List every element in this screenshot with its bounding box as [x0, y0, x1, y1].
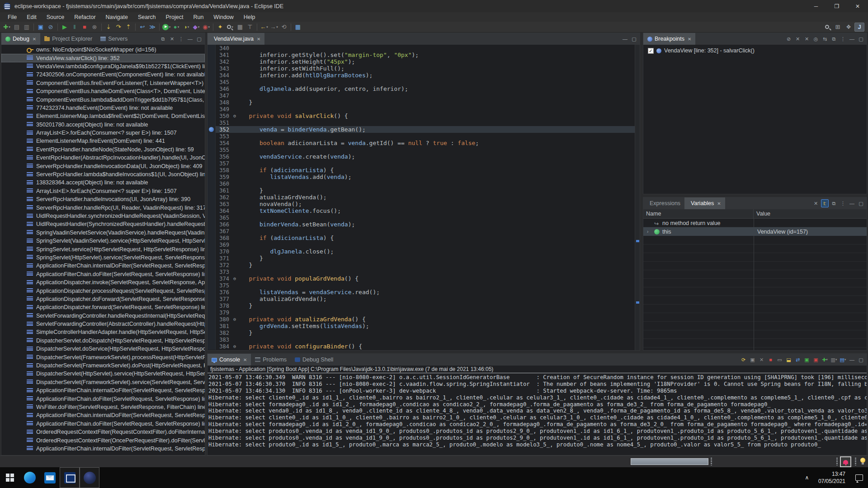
breakpoint-ruler[interactable] [208, 241, 216, 248]
stack-frame-row[interactable]: ApplicationFilterChain.internalDoFilter(… [1, 386, 205, 394]
stack-frame-row[interactable]: ServerRpcHandler.lambda$handleInvocation… [1, 170, 205, 178]
show-hidden-icons-button[interactable]: ∧ [800, 474, 814, 481]
profile-button[interactable]: ◆ ▾ [191, 23, 201, 32]
stack-frame-row[interactable]: DispatcherServlet(FrameworkServlet).doPo… [1, 361, 205, 370]
breakpoint-ruler[interactable] [208, 289, 216, 296]
close-icon[interactable]: ✕ [717, 201, 721, 206]
view-tab[interactable]: Variables ✕ [684, 197, 725, 209]
show-stderr-icon[interactable]: ▣ [812, 356, 820, 364]
stack-frame-row[interactable]: WsFilter.doFilter(ServletRequest, Servle… [1, 403, 205, 411]
code-line[interactable]: 382 } [208, 329, 640, 336]
coverage-button[interactable]: ◑ ▾ [181, 23, 191, 32]
code-line[interactable]: 340 [208, 45, 640, 52]
skip-all-breakpoints-icon[interactable]: ⊘ [785, 35, 793, 43]
stack-frame-row[interactable]: SimpleControllerHandlerAdapter.handle(Ht… [1, 328, 205, 336]
remove-selected-breakpoints-icon[interactable]: ✕ [794, 35, 802, 43]
stack-frame-row[interactable]: owns: NioEndpoint$NioSocketWrapper (id=1… [1, 46, 205, 54]
stack-frame-row[interactable]: OrderedRequestContextFilter(RequestConte… [1, 428, 205, 436]
close-icon[interactable]: ✕ [688, 37, 691, 42]
breakpoint-ruler[interactable] [208, 99, 216, 106]
toolbar-divider[interactable] [157, 23, 161, 32]
fold-marker-icon[interactable] [231, 344, 238, 349]
toolbar-divider[interactable] [133, 23, 137, 32]
pin-editor-button[interactable]: ⊤ [245, 23, 255, 32]
code-line[interactable]: 353 [208, 133, 640, 140]
minimize-view-icon[interactable]: — [621, 35, 629, 43]
toolbar-divider[interactable] [289, 23, 293, 32]
menu-item[interactable]: Project [161, 13, 189, 21]
breakpoint-ruler[interactable] [208, 119, 216, 126]
stack-frame-row[interactable]: ApplicationDispatcher.invoke(ServletRequ… [1, 278, 205, 286]
code-line[interactable]: 350 private void salvarClick() { [208, 113, 640, 119]
breakpoint-ruler[interactable] [208, 194, 216, 201]
maximize-view-icon[interactable]: ▢ [857, 199, 865, 207]
code-line[interactable]: 383 [208, 336, 640, 343]
expand-chevron-icon[interactable]: › [647, 229, 651, 234]
stack-frame-row[interactable]: ComponentEventBus.handleDomEvent(Class<T… [1, 87, 205, 95]
menu-item[interactable]: Edit [22, 13, 42, 21]
code-line[interactable]: 359 listaVendas.add(venda); [208, 174, 640, 180]
code-line[interactable]: 374 private void populaGrdVenda() { [208, 275, 640, 282]
breakpoint-ruler[interactable] [208, 221, 216, 228]
breakpoint-ruler[interactable] [208, 65, 216, 72]
breakpoint-ruler[interactable] [208, 343, 216, 350]
breakpoint-ruler[interactable] [208, 72, 216, 79]
console-output[interactable]: 2021-05-07 13:46:30.349 WARN 8316 --- [n… [208, 373, 867, 455]
notifications-button[interactable] [840, 456, 851, 467]
debug-button[interactable]: ● ▾ [171, 23, 181, 32]
breakpoint-ruler[interactable] [208, 262, 216, 268]
stack-frame-row[interactable]: 724302506.onComponentEvent(ComponentEven… [1, 70, 205, 79]
stack-frame-row[interactable]: ComponentEventBus.fireEventForListener(T… [1, 79, 205, 87]
stack-frame-row[interactable]: ComponentEventBus.lambda$addDomTrigger$d… [1, 95, 205, 103]
use-step-filters-button[interactable]: ≫ [147, 23, 157, 32]
view-menu-icon[interactable]: ⋮ [839, 199, 847, 207]
forward-button[interactable]: → ▾ [269, 23, 279, 32]
view-tab[interactable]: Breakpoints ✕ [643, 33, 695, 45]
maximize-view-icon[interactable]: ▢ [857, 356, 865, 364]
java-ee-perspective-button[interactable]: ❖ [844, 23, 854, 32]
stack-frame-row[interactable]: ApplicationFilterChain.internalDoFilter(… [1, 411, 205, 419]
breakpoint-ruler[interactable] [208, 113, 216, 119]
stack-frame-row[interactable]: EventRpcHandler.handleNode(StateNode, Js… [1, 145, 205, 154]
stack-frame-row[interactable]: DispatcherServlet(HttpServlet).service(H… [1, 370, 205, 378]
collapse-all-icon[interactable]: ⧉ [830, 199, 838, 207]
column-header-value[interactable]: Value [754, 209, 773, 218]
breakpoint-ruler[interactable] [208, 201, 216, 207]
remove-all-breakpoints-icon[interactable]: ✕ [803, 35, 811, 43]
lightbulb-icon[interactable] [860, 458, 865, 463]
link-with-debug-icon[interactable]: ⇆ [821, 35, 829, 43]
code-line[interactable]: 368 if (adicionarLista) { [208, 235, 640, 241]
stack-frame-row[interactable]: ServletForwardingController(AbstractCont… [1, 320, 205, 328]
horizontal-scrollbar[interactable] [631, 458, 708, 465]
taskbar-clock[interactable]: 13:47 07/05/2021 [814, 470, 850, 485]
new-wizard-button[interactable]: ✚ ▾ [2, 23, 12, 32]
menu-item[interactable]: Navigate [101, 13, 133, 21]
menu-item[interactable]: Help [239, 13, 260, 21]
code-line[interactable]: 365 [208, 214, 640, 221]
close-view-icon[interactable]: ✕ [168, 35, 176, 43]
code-line[interactable]: 346 dlgJanela.add(superior, centro, infe… [208, 85, 640, 92]
view-tab[interactable]: Expressions [643, 197, 684, 209]
code-line[interactable]: 376 listaVendas = vendaService.read(); [208, 289, 640, 296]
external-tools-button[interactable]: ◉ ▾ [201, 23, 211, 32]
stack-frame-row[interactable]: DispatcherServlet.doService(HttpServletR… [1, 345, 205, 353]
code-line[interactable]: 349 [208, 106, 640, 113]
code-line[interactable]: 371 } [208, 255, 640, 262]
save-all-button[interactable]: ▥ [22, 23, 32, 32]
code-line[interactable]: 351 [208, 119, 640, 126]
show-view-button[interactable]: ▦ [235, 23, 245, 32]
start-button[interactable] [0, 467, 20, 488]
breakpoint-ruler[interactable] [208, 235, 216, 241]
code-line[interactable]: 363 novaVenda(); [208, 201, 640, 207]
minimize-view-icon[interactable]: — [848, 356, 856, 364]
breakpoint-ruler[interactable] [208, 329, 216, 336]
menu-item[interactable]: Search [133, 13, 161, 21]
drop-to-frame-button[interactable]: ↩ [137, 23, 147, 32]
restore-window-button[interactable]: ❐ [826, 0, 847, 12]
view-menu-icon[interactable]: ⋮ [839, 35, 847, 43]
skip-all-breakpoints-button[interactable]: ⊘ [46, 23, 56, 32]
code-line[interactable]: 369 [208, 241, 640, 248]
view-tab[interactable]: Servers [96, 33, 132, 45]
code-line[interactable]: 347 [208, 92, 640, 99]
stack-frame-row[interactable]: ElementListenerMap.lambda$fireEvent$2(Do… [1, 112, 205, 120]
